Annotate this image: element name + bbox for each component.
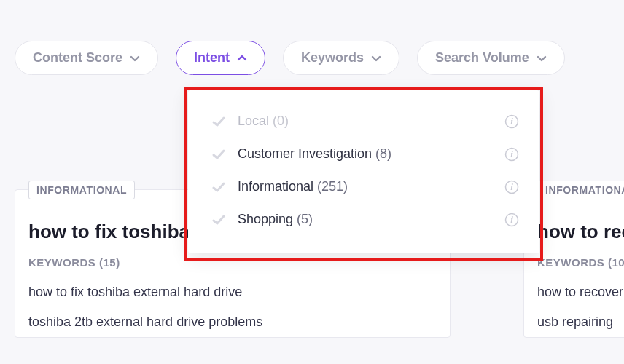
info-icon[interactable]: i (504, 114, 519, 129)
keywords-filter[interactable]: Keywords (283, 41, 399, 75)
keyword-item[interactable]: how to recover corrupted files from usb (537, 277, 624, 307)
intent-option-label: Customer Investigation (8) (238, 146, 493, 162)
intent-option-label: Local (0) (238, 114, 493, 129)
chevron-down-icon (371, 53, 381, 63)
card-title[interactable]: how to recover corrupted files from usb (537, 221, 624, 243)
svg-text:i: i (510, 116, 513, 127)
check-icon (211, 180, 226, 194)
info-icon[interactable]: i (504, 213, 519, 227)
keyword-item[interactable]: usb repairing (537, 307, 624, 337)
intent-option-label: Informational (251) (238, 179, 493, 194)
keywords-heading: KEYWORDS (10) (537, 256, 624, 269)
intent-badge: INFORMATIONAL (537, 181, 624, 199)
content-score-filter[interactable]: Content Score (15, 41, 158, 75)
filter-bar: Content Score Intent Keywords Search Vol… (0, 0, 624, 75)
svg-text:i: i (510, 214, 513, 225)
intent-option-local: Local (0)i (188, 105, 539, 138)
intent-option-informational[interactable]: Informational (251)i (188, 170, 539, 203)
content-score-label: Content Score (33, 50, 122, 66)
chevron-down-icon (130, 53, 140, 63)
intent-dropdown: Local (0)iCustomer Investigation (8)iInf… (188, 90, 539, 253)
check-icon (211, 213, 226, 227)
info-icon[interactable]: i (504, 147, 519, 162)
card-title[interactable]: how to fix toshiba external hard drive (28, 221, 196, 243)
chevron-down-icon (537, 53, 547, 63)
svg-text:i: i (510, 181, 513, 192)
intent-option-customer-investigation[interactable]: Customer Investigation (8)i (188, 138, 539, 170)
intent-filter[interactable]: Intent (176, 41, 265, 75)
chevron-up-icon (237, 53, 247, 63)
keywords-heading: KEYWORDS (15) (28, 256, 437, 269)
search-volume-label: Search Volume (435, 50, 529, 66)
keywords-label: Keywords (301, 50, 364, 66)
keyword-item[interactable]: toshiba 2tb external hard drive problems (28, 307, 437, 337)
intent-option-label: Shopping (5) (238, 212, 493, 227)
intent-option-shopping[interactable]: Shopping (5)i (188, 203, 539, 236)
search-volume-filter[interactable]: Search Volume (417, 41, 565, 75)
keyword-item[interactable]: how to fix toshiba external hard drive (28, 277, 437, 307)
intent-badge: INFORMATIONAL (28, 181, 135, 199)
info-icon[interactable]: i (504, 180, 519, 194)
intent-label: Intent (194, 50, 230, 66)
check-icon (211, 114, 226, 129)
svg-text:i: i (510, 149, 513, 159)
check-icon (211, 147, 226, 162)
